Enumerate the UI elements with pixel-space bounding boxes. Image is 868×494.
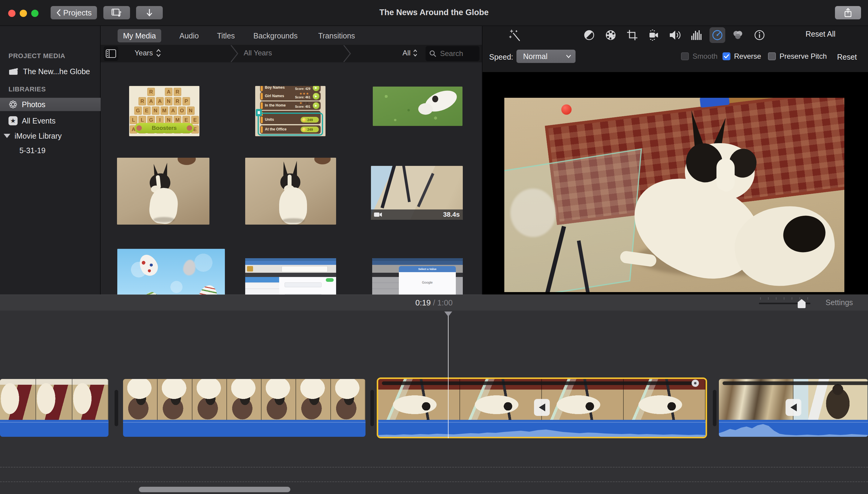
word-game-boosters: Boosters (134, 123, 194, 133)
noise-reduction-button[interactable] (689, 27, 705, 43)
letter-tile (156, 88, 164, 96)
media-thumb-video-clip[interactable]: 38.4s (371, 166, 463, 220)
disclosure-triangle-icon[interactable] (4, 134, 10, 138)
media-thumb-ipad-screen-1[interactable] (245, 258, 336, 294)
breadcrumb-separator (230, 45, 239, 62)
ipad-status-bar-art (245, 258, 336, 261)
preserve-pitch-checkbox[interactable] (768, 52, 776, 60)
filmstrip-frame (123, 379, 158, 420)
volume-button[interactable] (667, 27, 683, 43)
timeline-clip-3-selected[interactable] (378, 379, 706, 437)
media-thumb-dog-portrait-2[interactable] (245, 158, 336, 225)
speed-reset-button[interactable]: Reset (837, 53, 857, 61)
filmstrip-frame (0, 379, 36, 420)
smooth-checkbox-group[interactable]: Smooth (681, 52, 718, 60)
clip-speed-bar[interactable] (723, 381, 868, 385)
timeline-settings-button[interactable]: Settings (826, 298, 853, 307)
media-thumb-dog-portrait-1[interactable] (117, 158, 210, 225)
media-thumb-word-game[interactable]: RARRAANRPGENMAONLLGINMEEAPEPAYLE Booster… (129, 86, 199, 136)
letter-tile: N (152, 107, 159, 115)
dog-blaze-art (717, 158, 735, 192)
timeline-clip-1[interactable] (0, 379, 109, 437)
speed-value-dropdown[interactable]: Normal (517, 50, 576, 63)
sidebar-item-photos[interactable]: Photos (0, 98, 109, 111)
kind-filter-value: All (402, 49, 411, 57)
overlapping-circles-icon (732, 30, 744, 41)
clip-speed-bar[interactable] (382, 381, 695, 385)
timeline-clip-4[interactable] (719, 379, 868, 437)
sidebar-item-all-events[interactable]: ★ All Events (0, 114, 109, 128)
color-wheel-icon (605, 30, 616, 41)
tab-backgrounds[interactable]: Backgrounds (248, 29, 303, 42)
kind-filter-dropdown[interactable]: All (402, 49, 417, 57)
ipad-modal-art: Select a Value Google (399, 266, 456, 294)
crop-button[interactable] (624, 27, 640, 43)
tab-titles[interactable]: Titles (212, 29, 240, 42)
letter-tile: O (178, 107, 186, 115)
timeline-clip-2[interactable] (123, 379, 365, 437)
media-thumb-game-menu[interactable]: Boy Names★★★Score: 429▶Girl Names★★★Scor… (255, 86, 325, 136)
clapperboard-icon (8, 67, 19, 76)
speed-handle[interactable] (692, 380, 699, 387)
search-field[interactable] (426, 46, 480, 61)
reverse-label: Reverse (734, 52, 761, 60)
sidebar-imovie-library-label: iMovie Library (15, 132, 62, 140)
clip-audio-track (0, 420, 109, 437)
sidebar-toggle-button[interactable] (104, 46, 118, 61)
info-icon (754, 30, 765, 41)
video-camera-icon (374, 212, 382, 217)
timeline-horizontal-scrollbar[interactable] (139, 487, 290, 492)
ipad-modal-option: Google (399, 281, 456, 284)
letter-tile: L (130, 116, 137, 124)
letter-tile: G (134, 107, 142, 115)
background-track-guide (0, 481, 868, 482)
reset-all-button[interactable]: Reset All (806, 30, 836, 38)
inspector-pane: Reset All Speed: Normal Smooth Reverse P… (483, 26, 868, 294)
reverse-checkbox-group[interactable]: Reverse (723, 52, 761, 60)
ipad-toolbar-field-art (282, 266, 328, 272)
timeline[interactable] (0, 310, 868, 494)
reverse-checkbox[interactable] (723, 52, 730, 60)
updown-chevrons-icon (156, 49, 161, 57)
preserve-pitch-checkbox-group[interactable]: Preserve Pitch (768, 52, 827, 60)
share-button[interactable] (835, 6, 861, 19)
speed-label: Speed: (489, 53, 513, 61)
media-thumb-easter-eggs[interactable] (117, 249, 225, 294)
smooth-checkbox[interactable] (681, 52, 689, 60)
speed-button[interactable] (709, 27, 725, 43)
sidebar-item-imovie-library[interactable]: iMovie Library (0, 129, 104, 142)
teal-highlight-box (258, 113, 323, 136)
tab-audio[interactable]: Audio (174, 29, 204, 42)
timeline-zoom-slider[interactable] (759, 297, 813, 308)
tab-titles-label: Titles (217, 32, 235, 40)
video-frame[interactable] (504, 98, 844, 292)
clip-gap-handle[interactable] (370, 390, 374, 426)
group-by-dropdown[interactable]: Years (134, 49, 161, 57)
speed-value: Normal (523, 52, 548, 61)
window-title: The News Around the Globe (0, 8, 868, 17)
media-thumb-ipad-screen-2[interactable]: Select a Value Google (372, 258, 463, 294)
sidebar: PROJECT MEDIA The New...he Globe LIBRARI… (0, 26, 101, 294)
slider-thumb[interactable] (798, 299, 806, 308)
sidebar-item-project[interactable]: The New...he Globe (0, 65, 109, 78)
stabilization-button[interactable] (646, 27, 662, 43)
auto-enhance-button[interactable] (507, 27, 523, 43)
photos-flower-icon (8, 100, 18, 109)
search-input[interactable] (439, 49, 477, 58)
tab-transitions[interactable]: Transitions (313, 29, 360, 42)
sidebar-all-events-label: All Events (22, 116, 55, 125)
color-balance-button[interactable] (581, 27, 597, 43)
letter-tile: P (182, 97, 190, 105)
playhead-line[interactable] (448, 316, 449, 438)
time-separator: / (433, 298, 435, 307)
info-button[interactable] (752, 27, 767, 43)
color-correction-button[interactable] (603, 27, 619, 43)
media-thumb-dog-grass[interactable] (373, 87, 463, 126)
clip-filter-button[interactable] (730, 27, 746, 43)
ipad-sidebar-selected-art (245, 277, 279, 282)
tab-my-media[interactable]: My Media (117, 29, 161, 42)
clip-gap-handle[interactable] (114, 390, 118, 426)
ipad-nav-bar-art (245, 261, 336, 265)
titlebar: Projects The News Around the Globe (0, 0, 868, 26)
clip-gap-handle[interactable] (713, 390, 717, 426)
